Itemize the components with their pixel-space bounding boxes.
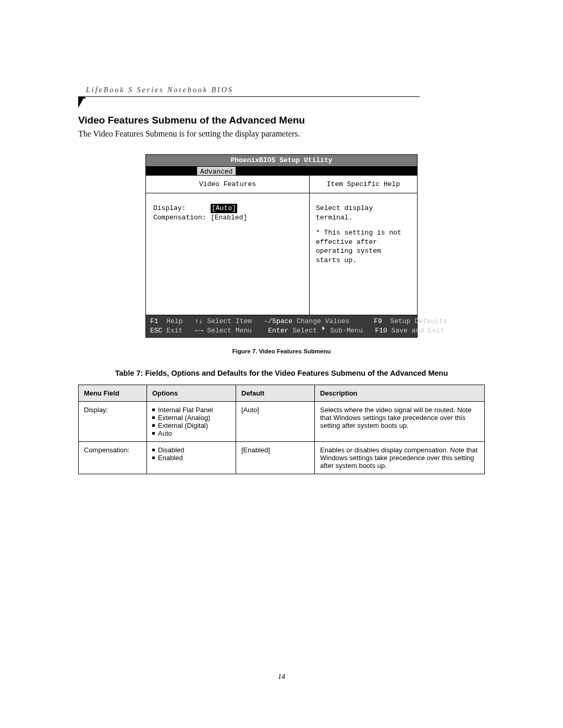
bios-label-setup-defaults: Setup Defaults — [390, 317, 447, 326]
bios-key-updown: ↑↓ — [195, 317, 203, 326]
spacer — [292, 317, 297, 326]
th-default: Default — [236, 385, 315, 402]
bios-tab-advanced[interactable]: Advanced — [197, 167, 236, 175]
section-title: Video Features Submenu of the Advanced M… — [78, 115, 485, 126]
bios-label-help — [158, 317, 167, 326]
spacer — [382, 317, 390, 326]
cell-options: Internal Flat Panel External (Analog) Ex… — [147, 402, 236, 442]
th-description: Description — [315, 385, 485, 402]
spacer — [252, 317, 264, 326]
options-list: Internal Flat Panel External (Analog) Ex… — [152, 406, 230, 437]
bios-panel: PhoenixBIOS Setup Utility Advanced Video… — [145, 154, 418, 338]
cell-options: Disabled Enabled — [147, 442, 236, 474]
bios-field-compensation-value[interactable]: [Enabled] — [211, 213, 247, 223]
bios-field-display-value[interactable]: [Auto] — [211, 204, 237, 213]
spacer — [162, 326, 166, 336]
list-item: External (Digital) — [152, 422, 230, 429]
bios-label-select-menu: Select Menu — [207, 326, 252, 336]
bios-key-f1: F1 — [150, 317, 158, 326]
bios-label-submenu: Sub-Menu — [326, 326, 363, 336]
spacer — [288, 326, 292, 336]
bios-key-enter: Enter — [268, 326, 288, 336]
cell-default: [Auto] — [236, 402, 315, 442]
bios-key-esc: ESC — [150, 326, 162, 336]
bios-help-line: operating system — [316, 246, 411, 256]
spacer — [203, 317, 207, 326]
triangle-right-icon — [322, 326, 325, 330]
spacer — [316, 222, 411, 228]
bios-left-body: Display: [Auto] Compensation: [Enabled] — [146, 193, 309, 315]
list-item: Internal Flat Panel — [152, 406, 230, 414]
bios-label-save-exit: Save and Exit — [391, 326, 444, 336]
bios-label-select-submenu: Select — [292, 326, 321, 336]
spacer — [203, 326, 207, 336]
spacer — [182, 317, 194, 326]
spacer — [363, 326, 375, 336]
bios-footer-row-2: ESC Exit ←→ Select Menu Enter Select Sub… — [150, 326, 413, 336]
spacer — [252, 326, 268, 336]
bios-field-display-label: Display: — [153, 204, 211, 213]
bios-key-leftright: ←→ — [195, 326, 203, 336]
running-head-mark-icon — [78, 98, 83, 108]
bios-tab-bar: Advanced — [146, 167, 417, 176]
bios-label-help-text: Help — [166, 317, 182, 326]
bios-help-body: Select display terminal. * This setting … — [310, 193, 417, 315]
page-number: 14 — [0, 673, 563, 681]
bios-right-column: Item Specific Help Select display termin… — [310, 176, 417, 315]
bios-left-title: Video Features — [146, 176, 309, 194]
bios-key-f10: F10 — [375, 326, 387, 336]
spacer — [349, 317, 374, 326]
cell-default: [Enabled] — [236, 442, 315, 474]
bios-help-line: Select display terminal. — [316, 204, 411, 222]
spacer — [182, 326, 194, 336]
th-options: Options — [147, 385, 236, 402]
bios-left-column: Video Features Display: [Auto] Compensat… — [146, 176, 310, 315]
options-list: Disabled Enabled — [152, 446, 230, 462]
options-table: Menu Field Options Default Description D… — [78, 385, 485, 474]
bios-title: PhoenixBIOS Setup Utility — [146, 155, 417, 167]
bios-footer: F1 Help ↑↓ Select Item -/Space Change Va… — [146, 315, 417, 337]
bios-footer-row-1: F1 Help ↑↓ Select Item -/Space Change Va… — [150, 317, 413, 326]
list-item: Disabled — [152, 446, 230, 454]
cell-field: Display: — [79, 402, 147, 442]
table-header-row: Menu Field Options Default Description — [79, 385, 485, 402]
page: LifeBook S Series Notebook BIOS Video Fe… — [0, 0, 563, 728]
bios-key-minus-space: -/Space — [264, 317, 293, 326]
bios-body: Video Features Display: [Auto] Compensat… — [146, 176, 417, 316]
cell-field: Compensation: — [79, 442, 147, 474]
bios-row-display[interactable]: Display: [Auto] — [153, 204, 302, 213]
bios-row-compensation[interactable]: Compensation: [Enabled] — [153, 213, 302, 223]
cell-desc: Enables or disables display compensation… — [315, 442, 485, 474]
bios-right-title: Item Specific Help — [310, 176, 417, 194]
table-title: Table 7: Fields, Options and Defaults fo… — [78, 369, 485, 377]
bios-help-line: effective after — [316, 238, 411, 247]
bios-key-f9: F9 — [374, 317, 382, 326]
list-item: Auto — [152, 429, 230, 437]
th-menu-field: Menu Field — [79, 385, 147, 402]
bios-label-exit: Exit — [166, 326, 182, 336]
table-row: Compensation: Disabled Enabled [Enabled]… — [79, 442, 485, 474]
bios-label-select-item: Select Item — [207, 317, 252, 326]
cell-desc: Selects where the video signal will be r… — [315, 402, 485, 442]
intro-paragraph: The Video Features Submenu is for settin… — [78, 129, 485, 139]
list-item: Enabled — [152, 454, 230, 462]
figure-caption: Figure 7. Video Features Submenu — [78, 348, 485, 354]
table-row: Display: Internal Flat Panel External (A… — [79, 402, 485, 442]
list-item: External (Analog) — [152, 414, 230, 422]
bios-field-compensation-label: Compensation: — [153, 213, 211, 223]
bios-help-line: * This setting is not — [316, 228, 411, 238]
bios-label-change-values: Change Values — [297, 317, 349, 326]
running-head: LifeBook S Series Notebook BIOS — [86, 86, 420, 97]
bios-help-line: starts up. — [316, 256, 411, 265]
content-area: Video Features Submenu of the Advanced M… — [78, 115, 485, 474]
spacer — [387, 326, 391, 336]
